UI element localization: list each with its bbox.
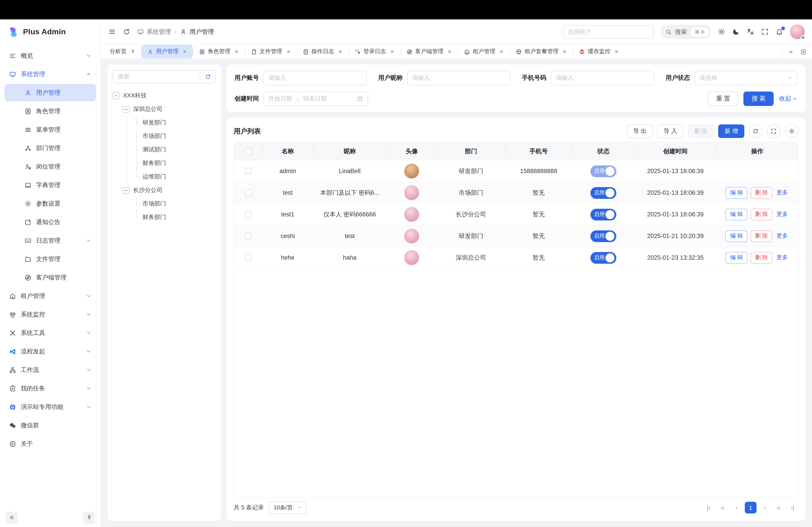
tab[interactable]: 分析页 <box>104 45 141 59</box>
table-fullscreen-button[interactable] <box>767 124 780 138</box>
tenant-select-input[interactable]: 选择租户 <box>563 25 653 39</box>
close-icon[interactable] <box>499 49 504 54</box>
tab[interactable]: 登录日志 <box>348 45 400 59</box>
pagination-button[interactable]: › <box>759 502 770 513</box>
phone-input[interactable]: 请输入 <box>551 71 654 85</box>
sidebar-menu-item[interactable]: 角色管理 <box>4 102 96 120</box>
close-icon[interactable] <box>338 49 343 54</box>
sidebar-menu-item[interactable]: 演示站专用功能 <box>4 398 96 416</box>
sidebar-menu-item[interactable]: 概览 <box>4 47 96 64</box>
status-toggle[interactable]: 启用 <box>591 209 617 220</box>
row-avatar[interactable] <box>404 229 419 243</box>
tab[interactable]: 租户套餐管理 <box>510 45 573 59</box>
content-screenshot-icon[interactable] <box>800 48 807 55</box>
page-size-select[interactable]: 10条/页 <box>269 501 306 514</box>
tab[interactable]: 角色管理 <box>193 45 245 59</box>
row-checkbox[interactable] <box>245 189 252 196</box>
sidebar-menu-item[interactable]: 参数设置 <box>4 195 96 212</box>
row-checkbox[interactable] <box>245 254 252 261</box>
import-button[interactable]: 导 入 <box>657 124 683 138</box>
tree-node[interactable]: 市场部门 <box>113 130 216 143</box>
close-icon[interactable] <box>182 49 187 54</box>
tree-node[interactable]: 长沙分公司 <box>113 183 216 197</box>
status-toggle[interactable]: 启用 <box>591 230 617 242</box>
sidebar-menu-item[interactable]: 关于 <box>4 435 96 453</box>
tree-node[interactable]: 测试部门 <box>113 143 216 156</box>
tree-node[interactable]: 市场部门 <box>113 197 216 211</box>
sidebar-menu-item[interactable]: 租户管理 <box>4 287 96 305</box>
close-icon[interactable] <box>390 49 394 54</box>
status-select[interactable]: 请选择 <box>695 71 798 85</box>
sidebar-menu-item[interactable]: 我的任务 <box>4 380 96 397</box>
sidebar-menu-item[interactable]: 字典管理 <box>4 176 96 194</box>
sidebar-menu-item[interactable]: 岗位管理 <box>4 158 96 175</box>
tabs-dropdown-chevron-icon[interactable] <box>788 48 794 55</box>
tree-node[interactable]: 运维部门 <box>113 170 216 183</box>
tab[interactable]: 操作日志 <box>296 45 348 59</box>
menu-toggle-icon[interactable] <box>108 28 116 35</box>
row-checkbox[interactable] <box>245 232 252 239</box>
add-button[interactable]: 新 增 <box>719 124 744 138</box>
sidebar-collapse-button[interactable] <box>5 511 18 524</box>
search-button[interactable]: 搜 索 <box>743 91 774 106</box>
table-settings-button[interactable] <box>785 124 798 138</box>
delete-row-button[interactable]: 删 除 <box>751 187 772 199</box>
sidebar-pin-button[interactable] <box>83 511 95 524</box>
breadcrumb-item-system[interactable]: 系统管理 <box>137 28 171 36</box>
tab[interactable]: 客户端管理 <box>400 45 458 59</box>
sidebar-menu-item[interactable]: 客户端管理 <box>4 269 96 286</box>
sidebar-menu-item[interactable]: DEV 日志管理 <box>4 232 96 249</box>
more-button[interactable]: 更多 <box>776 252 789 264</box>
tree-collapse-box[interactable] <box>113 92 119 99</box>
row-avatar[interactable] <box>404 250 419 265</box>
tree-node[interactable]: 财务部门 <box>113 211 216 224</box>
delete-row-button[interactable]: 删 除 <box>751 230 772 242</box>
row-checkbox[interactable] <box>245 211 252 218</box>
breadcrumb-item-users[interactable]: 用户管理 <box>180 28 214 36</box>
edit-button[interactable]: 编 辑 <box>726 209 748 220</box>
tab[interactable]: 文件管理 <box>245 45 296 59</box>
table-refresh-button[interactable] <box>749 124 763 138</box>
row-avatar[interactable] <box>404 164 419 179</box>
row-checkbox[interactable] <box>245 168 252 175</box>
close-icon[interactable] <box>447 49 452 54</box>
tab[interactable]: 用户管理 <box>141 45 193 59</box>
page-refresh-icon[interactable] <box>123 28 130 35</box>
edit-button[interactable]: 编 辑 <box>726 252 748 264</box>
delete-row-button[interactable]: 删 除 <box>751 209 772 220</box>
pagination-button[interactable]: ‹ <box>731 502 742 513</box>
fullscreen-icon[interactable] <box>761 28 769 35</box>
user-avatar[interactable] <box>790 24 805 39</box>
status-toggle[interactable]: 启用 <box>591 187 617 199</box>
tree-node[interactable]: 研发部门 <box>113 116 216 130</box>
tree-refresh-button[interactable] <box>200 70 215 83</box>
pagination-button[interactable]: « <box>717 502 728 513</box>
edit-button[interactable]: 编 辑 <box>726 230 748 242</box>
close-icon[interactable] <box>614 49 619 54</box>
sidebar-menu-item[interactable]: 用户管理 <box>4 84 96 102</box>
tree-node[interactable]: XXX科技 <box>113 89 216 102</box>
export-button[interactable]: 导 出 <box>627 124 653 138</box>
reset-button[interactable]: 重 置 <box>708 91 738 106</box>
more-button[interactable]: 更多 <box>776 187 789 199</box>
pagination-button[interactable]: 1 <box>745 502 756 513</box>
tree-collapse-box[interactable] <box>123 106 129 112</box>
sidebar-menu-item[interactable]: 菜单管理 <box>4 121 96 138</box>
notification-bell-icon[interactable] <box>775 28 783 35</box>
language-translate-icon[interactable] <box>746 28 754 35</box>
settings-gear-icon[interactable] <box>718 28 725 35</box>
row-avatar[interactable] <box>404 207 419 222</box>
close-icon[interactable] <box>562 49 567 54</box>
collapse-filters-link[interactable]: 收起 <box>779 95 798 103</box>
pagination-button[interactable]: |‹ <box>703 502 714 513</box>
sidebar-menu-item[interactable]: 微信群 <box>4 417 96 434</box>
tree-node[interactable]: 深圳总公司 <box>113 102 216 116</box>
status-toggle[interactable]: 启用 <box>591 165 617 177</box>
sidebar-menu-item[interactable]: 流程发起 <box>4 343 96 360</box>
status-toggle[interactable]: 启用 <box>591 252 617 264</box>
tree-search-input[interactable]: 搜索 <box>113 70 200 83</box>
sidebar-menu-item[interactable]: 系统管理 <box>4 65 96 83</box>
pagination-button[interactable]: ›| <box>787 502 798 513</box>
pagination-button[interactable]: » <box>773 502 784 513</box>
sidebar-menu-item[interactable]: 工作流 <box>4 361 96 379</box>
